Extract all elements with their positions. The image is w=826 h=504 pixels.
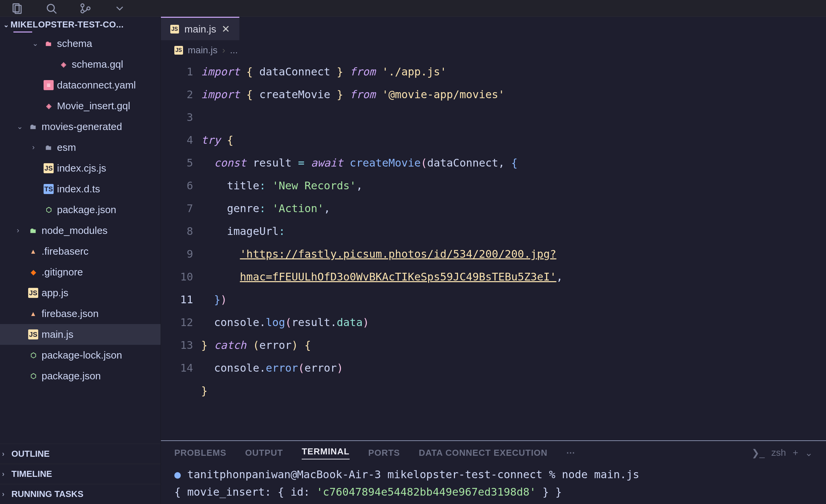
search-icon[interactable]: [44, 1, 58, 15]
js-icon: JS: [28, 288, 38, 298]
titlebar: [0, 0, 826, 17]
source-control-icon[interactable]: [78, 1, 93, 15]
folder-icon: 🖿: [28, 122, 38, 132]
code-line[interactable]: console.error(error): [201, 357, 826, 379]
tree-item-dataconnect-yaml[interactable]: ≡dataconnect.yaml: [0, 75, 161, 96]
code-line[interactable]: }: [201, 379, 826, 402]
tree-item-label: Movie_insert.gql: [57, 100, 130, 112]
section-label: RUNNING TASKS: [11, 489, 83, 499]
code-line[interactable]: hmac=fFEUULhOfD3o0WvBKAcTIKeSps59JC49BsT…: [201, 265, 826, 288]
file-tree: ⌄🖿schema◈schema.gql≡dataconnect.yaml◈Mov…: [0, 33, 161, 444]
node-icon: ⬡: [28, 371, 38, 381]
more-icon[interactable]: ⋯: [566, 448, 575, 458]
tree-item-index-d-ts[interactable]: TSindex.d.ts: [0, 179, 161, 199]
tree-item-schema[interactable]: ⌄🖿schema: [0, 33, 161, 54]
chevron-down-icon: ⌄: [32, 39, 40, 48]
tree-item-firebase-json[interactable]: ▲firebase.json: [0, 303, 161, 324]
tree-item-label: schema: [57, 38, 92, 49]
code-line[interactable]: } catch (error) {: [201, 334, 826, 357]
folder-icon: 🖿: [44, 142, 54, 152]
tree-item-label: firebase.json: [42, 308, 99, 319]
gql-icon: ◈: [44, 101, 54, 111]
panel-tab-terminal[interactable]: TERMINAL: [302, 446, 349, 459]
panel-tab-data-connect-execution[interactable]: DATA CONNECT EXECUTION: [419, 448, 547, 458]
ts-icon: TS: [44, 184, 54, 194]
tree-item-label: dataconnect.yaml: [57, 79, 136, 91]
section-timeline[interactable]: ›TIMELINE: [0, 464, 161, 484]
line-number: 11: [161, 288, 193, 311]
code-line[interactable]: 'https://fastly.picsum.photos/id/534/200…: [201, 243, 826, 265]
line-number: 13: [161, 334, 193, 357]
chevron-down-icon[interactable]: [113, 1, 127, 15]
terminal-output[interactable]: ● tanitphonpaniwan@MacBook-Air-3 mikelop…: [161, 464, 826, 504]
panel-tab-ports[interactable]: PORTS: [368, 448, 400, 458]
js-icon: JS: [28, 329, 38, 339]
tree-item-node-modules[interactable]: ›🖿node_modules: [0, 220, 161, 241]
section-outline[interactable]: ›OUTLINE: [0, 444, 161, 464]
chevron-right-icon: ›: [17, 226, 25, 235]
svg-line-3: [53, 10, 56, 13]
breadcrumbs[interactable]: JS main.js › ...: [161, 40, 826, 60]
js-icon: JS: [174, 46, 183, 55]
section-running-tasks[interactable]: ›RUNNING TASKS: [0, 484, 161, 504]
code-line[interactable]: imageUrl:: [201, 220, 826, 243]
tree-item--firebaserc[interactable]: ▲.firebaserc: [0, 241, 161, 262]
tree-item-app-js[interactable]: JSapp.js: [0, 282, 161, 303]
tree-item-label: movies-generated: [42, 121, 122, 132]
files-icon[interactable]: [10, 1, 24, 15]
code-line[interactable]: title: 'New Records',: [201, 174, 826, 197]
shell-name[interactable]: zsh: [771, 447, 786, 458]
panel-tab-output[interactable]: OUTPUT: [245, 448, 283, 458]
code-line[interactable]: const result = await createMovie(dataCon…: [201, 151, 826, 174]
tree-item--gitignore[interactable]: ◆.gitignore: [0, 262, 161, 282]
tree-item-esm[interactable]: ›🖿esm: [0, 137, 161, 158]
line-number: 2: [161, 83, 193, 106]
svg-point-5: [81, 10, 84, 13]
code-line[interactable]: import { createMovie } from '@movie-app/…: [201, 83, 826, 106]
explorer-root-title[interactable]: ⌄ MIKELOPSTER-TEST-CO...: [0, 17, 161, 33]
code-line[interactable]: }): [201, 288, 826, 311]
code-line[interactable]: console.log(result.data): [201, 311, 826, 334]
tree-item-package-json[interactable]: ⬡package.json: [0, 366, 161, 386]
code-editor[interactable]: 1234567891011121314 import { dataConnect…: [161, 60, 826, 440]
tree-item-main-js[interactable]: JSmain.js: [0, 324, 161, 345]
editor-pane: JS main.js ✕ JS main.js › ... 1234567891…: [161, 17, 826, 504]
tree-item-label: .gitignore: [42, 266, 83, 278]
code-line[interactable]: genre: 'Action',: [201, 197, 826, 220]
panel-tab-problems[interactable]: PROBLEMS: [174, 448, 226, 458]
svg-point-2: [47, 4, 54, 11]
line-number: 7: [161, 197, 193, 220]
js-icon: JS: [170, 25, 179, 34]
gql-icon: ◈: [58, 59, 68, 69]
tree-item-index-cjs-js[interactable]: JSindex.cjs.js: [0, 158, 161, 179]
chevron-right-icon: ›: [2, 490, 10, 499]
firebase-icon: ▲: [28, 309, 38, 319]
tree-item-package-json[interactable]: ⬡package.json: [0, 199, 161, 220]
line-number: 1: [161, 60, 193, 83]
chevron-down-icon: ⌄: [17, 122, 25, 131]
tree-item-label: package.json: [42, 370, 101, 382]
code-line[interactable]: import { dataConnect } from './app.js': [201, 60, 826, 83]
split-terminal-icon[interactable]: ⌄: [805, 447, 813, 458]
close-icon[interactable]: ✕: [222, 23, 230, 35]
tree-item-package-lock-json[interactable]: ⬡package-lock.json: [0, 345, 161, 366]
tree-item-movies-generated[interactable]: ⌄🖿movies-generated: [0, 116, 161, 137]
firebase-icon: ▲: [28, 246, 38, 256]
section-label: OUTLINE: [11, 449, 50, 459]
line-number: 9: [161, 243, 193, 265]
code-line[interactable]: [201, 106, 826, 129]
tree-item-movie-insert-gql[interactable]: ◈Movie_insert.gql: [0, 96, 161, 116]
tree-item-schema-gql[interactable]: ◈schema.gql: [0, 54, 161, 75]
line-number: 14: [161, 357, 193, 379]
add-terminal-icon[interactable]: +: [793, 447, 798, 458]
git-icon: ◆: [28, 267, 38, 277]
chevron-right-icon: ›: [222, 45, 225, 56]
code-line[interactable]: try {: [201, 129, 826, 151]
code-content[interactable]: import { dataConnect } from './app.js'im…: [201, 60, 826, 440]
breadcrumb-file: main.js: [188, 45, 218, 56]
explorer-sidebar: ⌄ MIKELOPSTER-TEST-CO... ⌄🖿schema◈schema…: [0, 17, 161, 504]
tree-item-label: app.js: [42, 287, 68, 299]
folder-green-icon: 🖿: [28, 226, 38, 236]
tab-main-js[interactable]: JS main.js ✕: [161, 17, 239, 40]
tab-label: main.js: [184, 23, 216, 35]
